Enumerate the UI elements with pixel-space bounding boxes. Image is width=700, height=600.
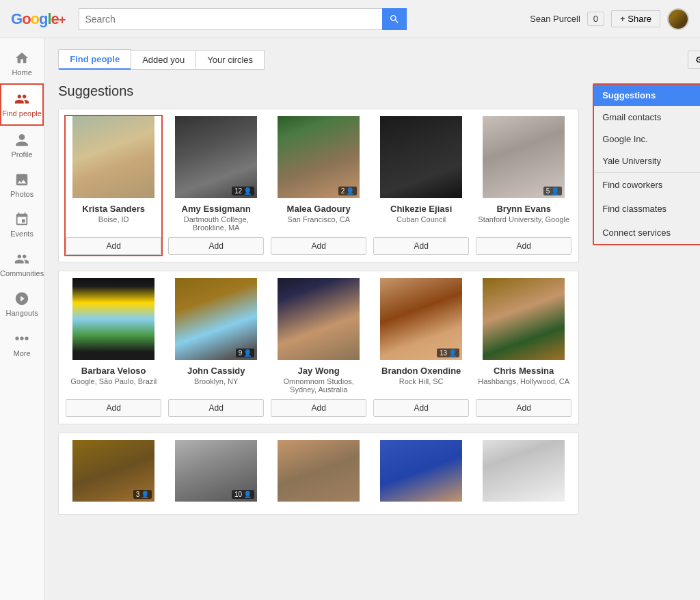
panel-item-gmail-contacts[interactable]: Gmail contacts (594, 107, 700, 128)
panel-item-yale[interactable]: Yale University (594, 150, 700, 172)
home-icon (14, 51, 29, 66)
person-card-chikezie[interactable]: Chikezie Ejiasi Cuban Council Add (373, 116, 469, 255)
panel-label-yale: Yale University (602, 156, 661, 166)
person-card-malea[interactable]: 2 👤 Malea Gadoury San Francisco, CA Add (271, 116, 366, 255)
person-info-jay: Omnomnom Studios, Sydney, Australia (271, 377, 366, 394)
sidebar: Home Find people Profile Photos (0, 38, 44, 600)
person-card-krista[interactable]: Krista Sanders Boise, ID Add (66, 116, 161, 255)
person-card-chris[interactable]: Chris Messina Hashbangs, Hollywood, CA A… (476, 278, 571, 417)
avatar[interactable] (667, 8, 689, 30)
sidebar-label-hangouts: Hangouts (6, 309, 38, 317)
share-button[interactable]: + Share (611, 10, 660, 27)
suggestions-panel: Suggestions Gmail contacts Google Inc. Y… (593, 83, 700, 245)
person-card-r3[interactable] (271, 440, 366, 507)
person-info-malea: San Francisco, CA (287, 215, 350, 232)
person-photo-john: 9 👤 (175, 278, 257, 360)
right-sidebar: Suggestions Gmail contacts Google Inc. Y… (593, 83, 700, 523)
user-name: Sean Purcell (530, 14, 580, 24)
sidebar-item-find-people[interactable]: Find people (0, 83, 44, 126)
panel-item-find-coworkers[interactable]: Find coworkers + (594, 172, 700, 197)
add-button-malea[interactable]: Add (271, 237, 366, 255)
tab-your-circles[interactable]: Your circles (196, 50, 265, 70)
panel-item-suggestions[interactable]: Suggestions (594, 85, 700, 107)
person-card-jay[interactable]: Jay Wong Omnomnom Studios, Sydney, Austr… (271, 278, 366, 417)
person-card-r1[interactable]: 3 👤 (66, 440, 161, 507)
sidebar-item-profile[interactable]: Profile (0, 126, 44, 165)
person-card-barbara[interactable]: Barbara Veloso Google, São Paulo, Brazil… (66, 278, 161, 417)
find-people-icon (14, 92, 29, 107)
person-info-brandon: Rock Hill, SC (399, 377, 444, 394)
profile-icon (14, 133, 29, 148)
sidebar-item-hangouts[interactable]: Hangouts (0, 284, 44, 324)
add-button-jay[interactable]: Add (271, 399, 366, 417)
header: Google+ Sean Purcell 0 + Share (0, 0, 700, 38)
sidebar-item-communities[interactable]: Communities (0, 245, 44, 284)
logo: Google+ (11, 10, 65, 28)
add-button-chris[interactable]: Add (476, 399, 571, 417)
person-card-r4[interactable] (373, 440, 469, 507)
add-button-barbara[interactable]: Add (66, 399, 161, 417)
hangouts-icon (14, 291, 29, 306)
add-button-chikezie[interactable]: Add (373, 237, 469, 255)
main-content: Find people Added you Your circles ⚙ ▼ S… (44, 38, 700, 600)
settings-gear-button[interactable]: ⚙ ▼ (688, 51, 700, 69)
add-button-brandon[interactable]: Add (373, 399, 469, 417)
sidebar-item-events[interactable]: Events (0, 205, 44, 245)
mutual-badge-brynn: 5 👤 (543, 187, 563, 195)
avatar-image (669, 10, 688, 29)
add-button-john[interactable]: Add (168, 399, 264, 417)
layout: Home Find people Profile Photos (0, 38, 700, 600)
add-button-brynn[interactable]: Add (476, 237, 571, 255)
search-icon (389, 14, 400, 25)
sidebar-item-more[interactable]: ••• More (0, 324, 44, 364)
search-button[interactable] (382, 8, 407, 30)
person-name-john: John Cassidy (187, 366, 245, 376)
sidebar-label-communities: Communities (0, 269, 44, 277)
sidebar-label-find-people: Find people (2, 109, 42, 118)
person-photo-krista (72, 116, 154, 198)
suggestions-title: Suggestions (58, 83, 579, 99)
person-photo-chris (483, 278, 565, 360)
sidebar-item-photos[interactable]: Photos (0, 165, 44, 205)
person-photo-r4 (380, 440, 462, 502)
communities-icon (14, 251, 29, 267)
panel-item-connect-services[interactable]: Connect services + (594, 221, 700, 244)
add-button-krista[interactable]: Add (66, 237, 161, 255)
person-photo-chikezie (380, 116, 462, 198)
tab-find-people[interactable]: Find people (58, 49, 131, 70)
sidebar-label-events: Events (10, 230, 33, 238)
person-card-john[interactable]: 9 👤 John Cassidy Brooklyn, NY Add (168, 278, 264, 417)
person-card-brandon[interactable]: 13 👤 Brandon Oxendine Rock Hill, SC Add (373, 278, 469, 417)
person-photo-malea: 2 👤 (278, 116, 360, 198)
tab-added-you[interactable]: Added you (131, 50, 196, 70)
panel-label-find-classmates: Find classmates (602, 204, 667, 214)
add-button-amy[interactable]: Add (168, 237, 264, 255)
notification-badge[interactable]: 0 (587, 12, 604, 26)
person-card-amy[interactable]: 12 👤 Amy Essigmann Dartmouth College, Br… (168, 116, 264, 255)
person-card-r2[interactable]: 10 👤 (168, 440, 264, 507)
person-info-brynn: Stanford University, Google (478, 215, 569, 232)
person-info-krista: Boise, ID (98, 215, 129, 232)
mutual-badge-r1: 3 👤 (133, 490, 152, 499)
people-section: Suggestions Krista Sanders Boise, ID Add (58, 83, 579, 523)
people-row-2: Barbara Veloso Google, São Paulo, Brazil… (58, 271, 579, 424)
gear-icon: ⚙ (695, 55, 700, 65)
panel-label-gmail-contacts: Gmail contacts (602, 112, 661, 122)
person-card-r5[interactable] (476, 440, 571, 507)
search-bar (79, 8, 407, 30)
person-photo-jay (278, 278, 360, 360)
person-name-brynn: Brynn Evans (496, 204, 550, 214)
sidebar-label-photos: Photos (10, 190, 33, 198)
events-icon (14, 212, 29, 227)
search-input[interactable] (79, 8, 381, 30)
panel-item-google-inc[interactable]: Google Inc. (594, 128, 700, 150)
person-name-amy: Amy Essigmann (182, 204, 251, 214)
mutual-badge-amy: 12 👤 (232, 187, 254, 195)
sidebar-label-profile: Profile (12, 150, 33, 159)
sidebar-label-more: More (14, 349, 31, 357)
panel-item-find-classmates[interactable]: Find classmates + (594, 197, 700, 221)
panel-label-find-coworkers: Find coworkers (602, 180, 662, 190)
person-card-brynn[interactable]: 5 👤 Brynn Evans Stanford University, Goo… (476, 116, 571, 255)
sidebar-item-home[interactable]: Home (0, 44, 44, 83)
panel-label-google-inc: Google Inc. (602, 134, 648, 144)
